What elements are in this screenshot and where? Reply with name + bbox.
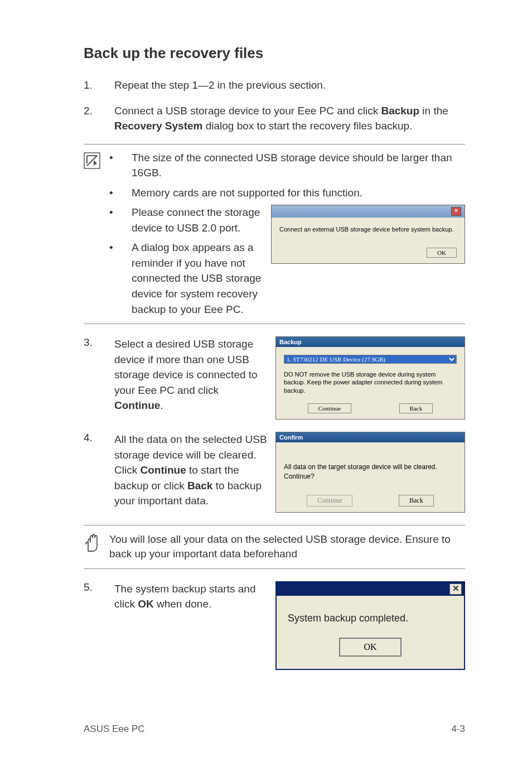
- step-body: The system backup starts and click OK wh…: [114, 581, 270, 612]
- step-body: Connect a USB storage device to your Eee…: [114, 103, 465, 134]
- step-body: All the data on the selected USB storage…: [114, 432, 270, 509]
- ok-button[interactable]: OK: [339, 638, 401, 657]
- dialog-title: Confirm: [279, 434, 303, 441]
- dialog-connect-usb: × Connect an external USB storage device…: [271, 205, 465, 264]
- note-block: • The size of the connected USB storage …: [84, 144, 465, 324]
- bold: Back: [187, 480, 212, 491]
- bullet-text: Memory cards are not supported for this …: [132, 185, 465, 201]
- bold: OK: [138, 598, 154, 610]
- warning-block: You will lose all your data on the selec…: [84, 525, 465, 569]
- continue-button[interactable]: Continue: [307, 495, 352, 507]
- page-footer: ASUS Eee PC 4-3: [84, 724, 465, 735]
- close-icon[interactable]: ×: [451, 207, 461, 216]
- dialog-confirm: Confirm All data on the target storage d…: [275, 432, 465, 513]
- bullet-text: Please connect the storage device to USB…: [132, 205, 264, 235]
- back-button[interactable]: Back: [399, 403, 433, 413]
- step-body: Repeat the step 1—2 in the previous sect…: [114, 78, 465, 93]
- dialog-title: Backup: [279, 339, 302, 345]
- step-2: 2. Connect a USB storage device to your …: [84, 103, 465, 134]
- bullet-dot: •: [109, 185, 132, 201]
- step-body: Select a desired USB storage device if m…: [114, 336, 270, 413]
- footer-right: 4-3: [451, 724, 465, 735]
- page-title: Back up the recovery files: [84, 45, 465, 62]
- bullet-dot: •: [109, 240, 132, 317]
- text: Connect a USB storage device to your Eee…: [114, 105, 381, 117]
- text: dialog box to start the recovery files b…: [202, 120, 412, 132]
- hand-icon: [84, 532, 109, 562]
- dialog-message: All data on the target storage device wi…: [284, 462, 457, 481]
- text: in the: [419, 105, 448, 117]
- note-bullet-4: • A dialog box appears as a reminder if …: [109, 240, 264, 317]
- note-icon: [84, 150, 109, 317]
- close-icon[interactable]: ✕: [449, 584, 462, 595]
- ok-button[interactable]: OK: [427, 248, 457, 258]
- bold: Backup: [381, 105, 419, 117]
- text: when done.: [154, 598, 212, 610]
- step-5-row: 5. The system backup starts and click OK…: [84, 581, 465, 670]
- bullet-text: A dialog box appears as a reminder if yo…: [132, 240, 264, 317]
- usb-device-select[interactable]: 1. ST730212 DE USB Device (27.9GB): [284, 355, 457, 364]
- step-4-row: 4. All the data on the selected USB stor…: [84, 432, 465, 513]
- bold: Recovery System: [114, 120, 202, 132]
- bullet-dot: •: [109, 205, 132, 235]
- step-number: 4.: [84, 432, 114, 509]
- dialog-backup: Backup 1. ST730212 DE USB Device (27.9GB…: [275, 336, 465, 420]
- step-number: 3.: [84, 336, 114, 413]
- step-number: 2.: [84, 103, 114, 134]
- bold: Continue: [114, 399, 160, 411]
- step-number: 5.: [84, 581, 114, 612]
- dialog-message: System backup completed.: [277, 596, 464, 638]
- step-number: 1.: [84, 78, 114, 93]
- bold: Continue: [140, 464, 186, 476]
- text: Select a desired USB storage device if m…: [114, 338, 258, 396]
- back-button[interactable]: Back: [399, 495, 434, 507]
- footer-left: ASUS Eee PC: [84, 724, 145, 735]
- note-bullet-1: • The size of the connected USB storage …: [109, 150, 465, 181]
- continue-button[interactable]: Continue: [308, 403, 351, 413]
- note-bullet-2: • Memory cards are not supported for thi…: [109, 185, 465, 201]
- step-1: 1. Repeat the step 1—2 in the previous s…: [84, 78, 465, 93]
- step-3-row: 3. Select a desired USB storage device i…: [84, 336, 465, 420]
- bullet-dot: •: [109, 150, 132, 181]
- warning-text: You will lose all your data on the selec…: [109, 532, 465, 562]
- text: .: [160, 399, 163, 411]
- dialog-message: Connect an external USB storage device b…: [279, 225, 457, 234]
- note-bullet-3: • Please connect the storage device to U…: [109, 205, 264, 235]
- bullet-text: The size of the connected USB storage de…: [132, 150, 465, 181]
- dialog-message: DO NOT remove the USB storage device dur…: [284, 370, 457, 394]
- dialog-completed: ✕ System backup completed. OK: [275, 581, 465, 670]
